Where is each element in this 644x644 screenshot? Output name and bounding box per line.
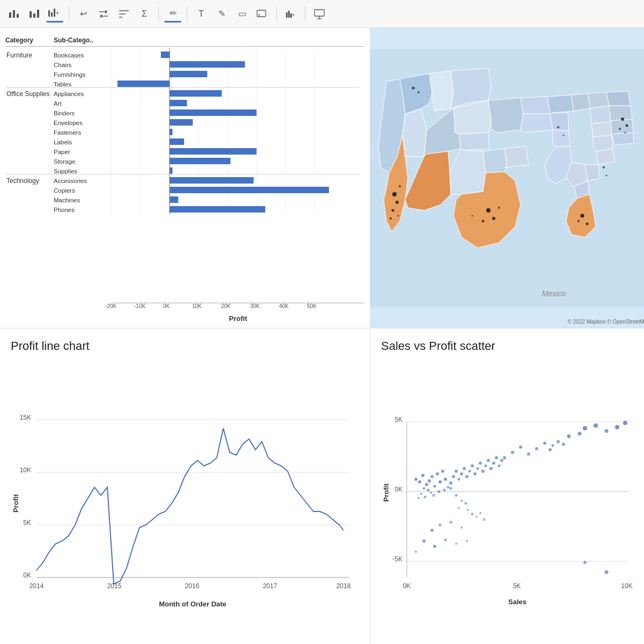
- svg-rect-4: [30, 11, 32, 18]
- svg-text:Month of Order Date: Month of Order Date: [159, 600, 226, 608]
- svg-point-246: [472, 215, 473, 217]
- svg-point-330: [450, 487, 452, 490]
- svg-point-303: [430, 492, 432, 494]
- svg-point-361: [519, 445, 522, 449]
- svg-rect-8: [51, 12, 53, 17]
- svg-point-297: [436, 472, 439, 475]
- svg-point-250: [557, 126, 559, 128]
- svg-text:Office Supplies: Office Supplies: [6, 90, 50, 98]
- svg-rect-1: [13, 10, 15, 18]
- svg-text:Profit: Profit: [382, 483, 390, 502]
- icon-text[interactable]: T: [193, 5, 210, 23]
- svg-marker-214: [504, 146, 529, 167]
- svg-point-366: [552, 444, 554, 447]
- svg-rect-7: [48, 10, 50, 17]
- sep5: [305, 6, 305, 21]
- svg-point-304: [433, 494, 435, 497]
- svg-rect-96: [170, 109, 257, 116]
- svg-rect-54: [170, 71, 207, 77]
- svg-point-321: [479, 462, 482, 465]
- svg-text:10K: 10K: [20, 466, 31, 474]
- icon-dropdown[interactable]: ▾: [254, 5, 271, 23]
- svg-point-248: [586, 223, 589, 225]
- svg-point-334: [458, 507, 460, 509]
- svg-text:Machines: Machines: [54, 197, 80, 203]
- toolbar: + ▾ ↩ Σ ✏ T ✎ ▭ ▾ ▾: [0, 0, 644, 28]
- svg-text:Appliances: Appliances: [54, 91, 84, 97]
- svg-marker-220: [553, 130, 570, 147]
- svg-text:Binders: Binders: [54, 110, 75, 116]
- svg-rect-116: [170, 129, 172, 135]
- icon-bar-group[interactable]: ▾: [282, 5, 299, 23]
- svg-point-329: [500, 459, 503, 462]
- svg-text:Furniture: Furniture: [6, 52, 32, 59]
- svg-point-367: [605, 570, 609, 574]
- svg-point-236: [392, 192, 397, 196]
- svg-text:Storage: Storage: [54, 158, 75, 165]
- svg-point-318: [471, 464, 474, 467]
- svg-point-314: [460, 472, 463, 475]
- svg-text:Envelopes: Envelopes: [54, 120, 83, 126]
- svg-rect-178: [170, 187, 329, 193]
- svg-marker-218: [547, 95, 573, 114]
- icon-undo[interactable]: ↩: [75, 5, 92, 23]
- svg-point-289: [414, 478, 418, 481]
- svg-point-359: [503, 456, 506, 459]
- svg-rect-76: [170, 90, 222, 97]
- svg-text:▾: ▾: [56, 11, 58, 16]
- svg-point-325: [489, 467, 493, 470]
- svg-point-293: [423, 487, 426, 490]
- svg-point-292: [425, 483, 428, 486]
- svg-point-352: [605, 429, 609, 433]
- svg-point-258: [412, 87, 415, 90]
- icon-present[interactable]: [311, 5, 328, 23]
- svg-rect-126: [170, 138, 184, 145]
- svg-point-242: [486, 208, 491, 213]
- svg-text:5K: 5K: [513, 582, 521, 590]
- svg-marker-217: [521, 114, 553, 133]
- svg-point-312: [455, 470, 458, 473]
- svg-point-357: [557, 440, 560, 443]
- svg-rect-64: [118, 80, 170, 87]
- svg-point-355: [615, 425, 619, 429]
- icon-sigma[interactable]: Σ: [136, 5, 153, 23]
- svg-point-311: [452, 475, 455, 478]
- svg-point-256: [603, 166, 605, 169]
- svg-point-341: [439, 524, 442, 526]
- svg-point-337: [475, 516, 478, 518]
- svg-point-354: [578, 432, 582, 436]
- svg-point-307: [424, 496, 427, 499]
- svg-point-255: [625, 132, 626, 134]
- icon-pencil[interactable]: ✎: [213, 5, 230, 23]
- svg-text:Bookcases: Bookcases: [54, 52, 84, 58]
- svg-point-320: [477, 467, 479, 470]
- icon-swap[interactable]: [95, 5, 112, 23]
- svg-point-302: [427, 489, 430, 492]
- icon-chart2[interactable]: [26, 5, 43, 23]
- svg-point-296: [434, 485, 436, 488]
- svg-text:Mexico: Mexico: [542, 289, 566, 298]
- svg-point-326: [492, 462, 495, 465]
- col-subcategory: Sub-Catego..: [54, 36, 110, 44]
- svg-point-305: [438, 491, 441, 493]
- svg-point-316: [465, 475, 469, 478]
- svg-text:2016: 2016: [185, 582, 200, 590]
- svg-text:15K: 15K: [20, 414, 31, 421]
- svg-rect-168: [170, 177, 254, 184]
- icon-sort[interactable]: [115, 5, 133, 23]
- svg-point-252: [621, 118, 624, 121]
- icon-edit[interactable]: ✏: [164, 5, 181, 23]
- svg-point-343: [460, 526, 463, 529]
- icon-rect[interactable]: ▭: [233, 5, 251, 23]
- svg-point-327: [495, 456, 498, 459]
- icon-add-chart[interactable]: +: [5, 5, 23, 23]
- sep4: [276, 6, 277, 21]
- svg-point-348: [466, 540, 468, 542]
- svg-point-245: [498, 207, 500, 209]
- line-chart-svg: 0K 5K 10K 15K Profit 2014 2015 2016 2017…: [11, 358, 360, 627]
- icon-chart3[interactable]: ▾: [46, 5, 63, 23]
- svg-point-306: [420, 493, 422, 495]
- svg-text:Tables: Tables: [54, 81, 71, 87]
- svg-text:▾: ▾: [292, 13, 295, 17]
- svg-text:+: +: [8, 16, 10, 19]
